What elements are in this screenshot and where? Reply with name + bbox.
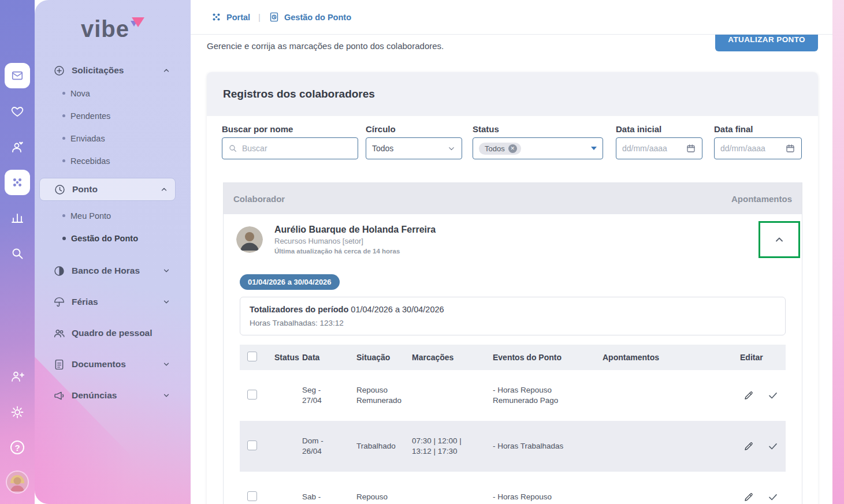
sidebar-item-meu-ponto[interactable]: Meu Ponto — [35, 204, 191, 227]
breadcrumb-divider: | — [258, 12, 261, 22]
gestao-ponto-icon — [269, 12, 280, 23]
edit-pencil-button[interactable] — [742, 491, 755, 503]
col-apontamentos: Apontamentos — [596, 352, 733, 363]
status-label: Status — [473, 124, 603, 134]
sidebar-item-enviadas[interactable]: Enviadas — [35, 127, 191, 150]
user-avatar[interactable] — [7, 472, 28, 492]
check-icon — [768, 441, 778, 451]
totals-hours: Horas Trabalhadas: 123:12 — [250, 319, 776, 327]
check-icon — [768, 390, 778, 401]
employee-avatar — [236, 226, 263, 253]
collapse-row-button[interactable] — [770, 230, 789, 249]
search-icon[interactable] — [9, 245, 25, 262]
bullet-icon — [62, 92, 65, 95]
bullet-icon — [62, 237, 66, 240]
sidebar-item-label: Banco de Horas — [72, 266, 140, 276]
page-header: Gerencie e corrija as marcações de ponto… — [191, 35, 832, 60]
employee-info: Aurélio Buarque de Holanda Ferreira Recu… — [274, 225, 436, 255]
bullet-icon — [62, 114, 65, 117]
breadcrumb-current[interactable]: Gestão do Ponto — [269, 12, 351, 23]
sidebar-item-gestao-do-ponto[interactable]: Gestão do Ponto — [35, 227, 191, 249]
sidebar-item-solicitacoes[interactable]: Solicitações — [35, 59, 191, 82]
date-end-input[interactable] — [720, 144, 785, 153]
edit-pencil-button[interactable] — [742, 440, 755, 453]
apps-icon[interactable] — [5, 170, 30, 195]
sidebar-item-label: Quadro de pessoal — [72, 328, 153, 338]
col-marcacoes: Marcações — [405, 352, 486, 363]
sidebar-child-label: Pendentes — [70, 111, 110, 121]
period-pill: 01/04/2026 a 30/04/2026 — [240, 274, 340, 290]
totals-label: Totalizadores do período — [250, 305, 348, 314]
chevron-up-icon[interactable] — [160, 185, 168, 193]
help-icon[interactable] — [9, 439, 25, 456]
sidebar-item-documentos[interactable]: Documentos — [35, 349, 191, 380]
sidebar-item-ferias[interactable]: Férias — [35, 286, 191, 318]
calendar-icon[interactable] — [785, 143, 795, 154]
row-checkbox[interactable] — [247, 491, 257, 501]
sidebar-item-ponto[interactable]: Ponto — [39, 178, 176, 201]
date-start-input[interactable] — [622, 144, 686, 153]
edit-pencil-button[interactable] — [742, 389, 755, 402]
sidebar-item-quadro-de-pessoal[interactable]: Quadro de pessoal — [35, 318, 191, 349]
highlight-box — [759, 221, 800, 258]
approve-check-button[interactable] — [767, 440, 779, 453]
date-start-field[interactable] — [616, 137, 702, 159]
col-editar: Editar — [733, 352, 786, 363]
date-end-field[interactable] — [714, 137, 802, 159]
update-ponto-button[interactable]: ATUALIZAR PONTO — [715, 35, 818, 51]
heart-icon[interactable] — [9, 103, 25, 120]
status-multiselect[interactable]: Todos — [473, 137, 603, 159]
dropdown-caret-icon[interactable] — [591, 147, 597, 150]
calendar-icon[interactable] — [686, 143, 696, 154]
sidebar-item-recebidas[interactable]: Recebidas — [35, 150, 191, 172]
chevron-down-icon[interactable] — [162, 267, 170, 275]
sidebar-item-label: Férias — [72, 297, 98, 307]
filter-date-start: Data inicial — [616, 124, 702, 159]
umbrella-icon — [53, 296, 65, 308]
circle-value: Todos — [372, 144, 447, 153]
search-input[interactable] — [242, 144, 352, 153]
breadcrumb-portal[interactable]: Portal — [211, 12, 250, 23]
search-field[interactable] — [222, 137, 358, 159]
timesheet-header: Status Data Situação Marcações Eventos d… — [240, 345, 786, 370]
bullet-icon — [62, 214, 65, 217]
row-checkbox[interactable] — [247, 440, 257, 450]
approve-check-button[interactable] — [767, 389, 779, 402]
sidebar-item-banco-de-horas[interactable]: Banco de Horas — [35, 255, 191, 286]
chevron-down-icon[interactable] — [162, 391, 170, 400]
chip-remove-icon[interactable] — [508, 144, 517, 153]
sidebar-item-label: Denúncias — [72, 390, 117, 401]
mail-icon[interactable] — [5, 63, 30, 88]
chevron-up-icon[interactable] — [162, 66, 170, 74]
sidebar-item-pendentes[interactable]: Pendentes — [35, 104, 191, 127]
gear-icon[interactable] — [9, 404, 25, 420]
timesheet-row: Sab - Repouso - Horas Repouso — [240, 472, 786, 504]
filters-row: Buscar por nome Círculo Todos Status — [207, 116, 818, 171]
timesheet-row: Seg - 27/04 Repouso Remunerado - Horas R… — [240, 370, 786, 421]
row-checkbox[interactable] — [247, 390, 257, 400]
chart-icon[interactable] — [9, 210, 25, 226]
person-heart-icon[interactable] — [9, 139, 25, 155]
pencil-icon — [743, 492, 754, 502]
select-all-checkbox[interactable] — [247, 352, 257, 361]
person-add-icon[interactable] — [9, 368, 25, 384]
circle-label: Círculo — [366, 124, 462, 134]
sidebar-item-denuncias[interactable]: Denúncias — [35, 380, 191, 411]
employee-row[interactable]: Aurélio Buarque de Holanda Ferreira Recu… — [224, 214, 802, 265]
approve-check-button[interactable] — [767, 491, 779, 503]
date-start-label: Data inicial — [616, 124, 702, 134]
employee-last-update: Última atualização há cerca de 14 horas — [274, 248, 436, 255]
sidebar-item-nova[interactable]: Nova — [35, 82, 191, 104]
col-eventos: Eventos do Ponto — [486, 352, 596, 363]
timesheet-row: Dom - 26/04 Trabalhado 07:30 | 12:00 | 1… — [240, 421, 786, 472]
search-icon — [228, 144, 237, 153]
apontamentos-header: Apontamentos — [731, 194, 792, 204]
megaphone-icon — [53, 390, 65, 402]
circle-select[interactable]: Todos — [366, 137, 462, 159]
logo-triangle-icon — [131, 17, 144, 30]
cell-eventos: - Horas Trabalhadas — [486, 441, 596, 451]
chevron-down-icon[interactable] — [162, 360, 170, 368]
card-title: Registros dos colaboradores — [223, 88, 375, 100]
bullet-icon — [62, 137, 65, 140]
chevron-down-icon[interactable] — [162, 298, 170, 306]
